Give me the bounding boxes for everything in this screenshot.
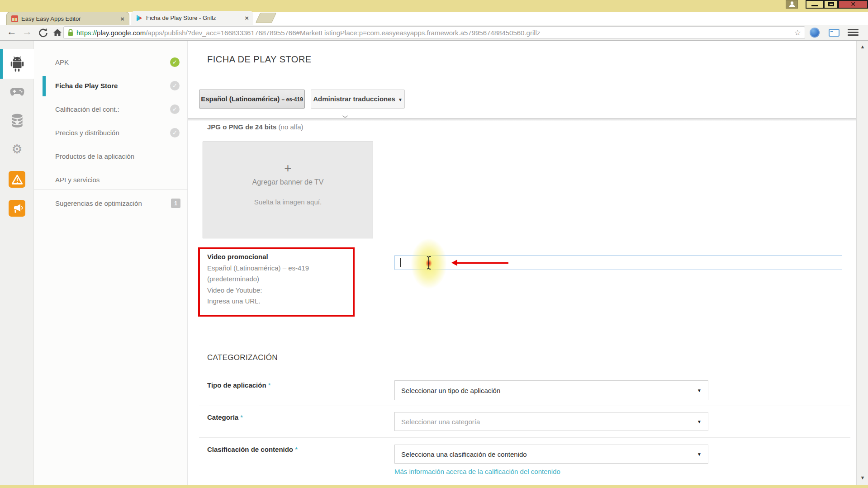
gamepad-icon — [10, 87, 24, 96]
page-scrollbar[interactable]: ▲ ▼ — [856, 41, 868, 485]
tab-easy-easy-apps-editor[interactable]: Easy Easy Apps Editor × — [6, 12, 129, 25]
tab-ficha-de-play-store[interactable]: Ficha de Play Store - Grillz × — [131, 11, 253, 25]
reload-icon[interactable] — [38, 28, 48, 39]
tab-title: Easy Easy Apps Editor — [21, 15, 117, 22]
dropdown-arrow-icon: ▼ — [697, 419, 702, 424]
row-divider — [199, 437, 850, 438]
plus-icon: + — [203, 162, 373, 175]
video-promo-instruction: Ingresa una URL. — [207, 296, 309, 307]
pending-check-icon: ✓ — [170, 81, 180, 90]
nav-item-calificacion[interactable]: Calificación del cont.: ✓ — [34, 98, 188, 121]
sidebar-icon-rail: ⚙ — [0, 41, 34, 485]
tab-close-icon[interactable]: × — [245, 14, 249, 22]
select-value: Seleccionar un tipo de aplicación — [401, 387, 500, 394]
address-bar[interactable]: https://play.google.com/apps/publish/?de… — [63, 26, 805, 39]
person-icon — [788, 1, 796, 8]
label-text: Clasificación de contenido — [207, 445, 293, 453]
database-download-icon — [11, 114, 24, 128]
rail-item-reports[interactable] — [0, 114, 34, 130]
ibeam-cursor-icon — [425, 256, 432, 272]
app-type-select[interactable]: Seleccionar un tipo de aplicación▼ — [394, 380, 708, 400]
bookmark-star-icon[interactable]: ☆ — [794, 28, 801, 38]
nav-label: Precios y distribución — [55, 129, 119, 137]
text-caret — [400, 258, 401, 267]
nav-item-api-servicios[interactable]: API y servicios — [34, 168, 188, 192]
home-icon[interactable] — [52, 28, 62, 39]
rail-item-settings[interactable]: ⚙ — [0, 143, 34, 155]
select-value: Selecciona una clasificación de contenid… — [401, 450, 527, 458]
dropzone-hint: Suelta la imagen aquí. — [203, 198, 373, 206]
content-rating-select[interactable]: Selecciona una clasificación de contenid… — [394, 445, 708, 464]
done-check-icon: ✓ — [170, 57, 180, 67]
gear-icon: ⚙ — [11, 142, 22, 156]
maximize-icon — [828, 2, 834, 6]
video-promo-title: Video promocional — [207, 251, 309, 263]
back-icon[interactable]: ← — [5, 26, 18, 38]
nav-item-sugerencias[interactable]: Sugerencias de optimización 1 — [34, 192, 188, 215]
nav-item-precios[interactable]: Precios y distribución ✓ — [34, 121, 188, 145]
extension-icon[interactable] — [810, 28, 820, 38]
annotation-arrow — [451, 260, 508, 266]
video-promo-locale: Español (Latinoamérica) – es-419 — [207, 263, 309, 274]
language-button[interactable]: Español (Latinoamérica) – es-419 — [199, 90, 305, 109]
close-window-button[interactable]: ✕ — [838, 0, 868, 9]
new-tab-button[interactable] — [256, 13, 277, 23]
https-padlock-icon — [67, 28, 74, 37]
content-rating-info-link[interactable]: Más información acerca de la calificació… — [394, 468, 560, 475]
pending-check-icon: ✓ — [170, 128, 180, 137]
dropzone-title: Agregar banner de TV — [203, 178, 373, 186]
nav-label: Sugerencias de optimización — [55, 199, 142, 207]
label-text: Categoría — [207, 413, 238, 421]
category-label: Categoría * — [207, 413, 243, 421]
dropdown-arrow-icon: ▼ — [697, 452, 702, 457]
manage-translations-button[interactable]: Administrar traducciones▼ — [311, 90, 405, 109]
required-asterisk: * — [268, 381, 271, 389]
translations-label: Administrar traducciones — [313, 95, 395, 103]
spec-bold: JPG o PNG de 24 bits — [207, 123, 276, 131]
megaphone-icon — [11, 203, 23, 214]
selected-indicator — [43, 76, 46, 96]
url-host: play.google.com — [97, 29, 146, 37]
rail-item-announcements[interactable] — [9, 200, 25, 217]
minimize-button[interactable] — [806, 0, 824, 9]
nav-item-productos[interactable]: Productos de la aplicación — [34, 145, 188, 168]
rail-item-games[interactable] — [0, 87, 34, 98]
clipped-text-remnant — [342, 115, 348, 118]
pending-check-icon: ✓ — [170, 104, 180, 114]
extension-window-icon[interactable] — [829, 29, 840, 37]
tab-title: Ficha de Play Store - Grillz — [146, 14, 242, 21]
forward-icon[interactable]: → — [21, 26, 33, 38]
nav-item-apk[interactable]: APK ✓ — [34, 51, 188, 74]
section-heading: CATEGORIZACIÓN — [207, 353, 278, 362]
chevron-down-icon: ▼ — [398, 97, 403, 102]
rail-item-all-applications[interactable] — [0, 49, 34, 79]
category-select[interactable]: Seleccionar una categoría▼ — [394, 412, 708, 431]
row-divider — [199, 406, 850, 406]
profile-icon[interactable] — [786, 0, 798, 9]
window-frame-bottom — [0, 485, 868, 488]
nav-item-ficha-de-play-store[interactable]: Ficha de Play Store ✓ — [34, 74, 188, 98]
required-asterisk: * — [240, 413, 243, 421]
scroll-down-icon[interactable]: ▼ — [857, 475, 868, 480]
spec-normal: (no alfa) — [276, 123, 303, 131]
nav-divider — [34, 189, 188, 190]
app-type-label: Tipo de aplicación * — [207, 381, 271, 389]
language-code: – es-419 — [282, 96, 303, 103]
tab-close-icon[interactable]: × — [120, 15, 124, 23]
easy-apps-favicon-icon — [11, 15, 18, 22]
scroll-up-icon[interactable]: ▲ — [857, 44, 868, 49]
rail-item-alerts[interactable] — [9, 171, 25, 188]
browser-toolbar: ← → https://play.google.com/apps/publish… — [0, 25, 868, 41]
video-promo-label-block: Video promocional Español (Latinoamérica… — [207, 251, 309, 307]
label-text: Tipo de aplicación — [207, 381, 266, 389]
dropdown-arrow-icon: ▼ — [697, 388, 702, 393]
nav-label: APK — [55, 58, 69, 66]
language-label: Español (Latinoamérica) — [201, 95, 281, 103]
chrome-menu-icon[interactable] — [848, 29, 859, 36]
screen: ✕ Easy Easy Apps Editor × Ficha de Play … — [0, 0, 868, 488]
select-value: Seleccionar una categoría — [401, 418, 480, 426]
android-icon — [0, 55, 34, 74]
maximize-button[interactable] — [824, 0, 838, 9]
tv-banner-dropzone[interactable]: + Agregar banner de TV Suelta la imagen … — [203, 142, 373, 238]
nav-label: Productos de la aplicación — [55, 152, 134, 160]
